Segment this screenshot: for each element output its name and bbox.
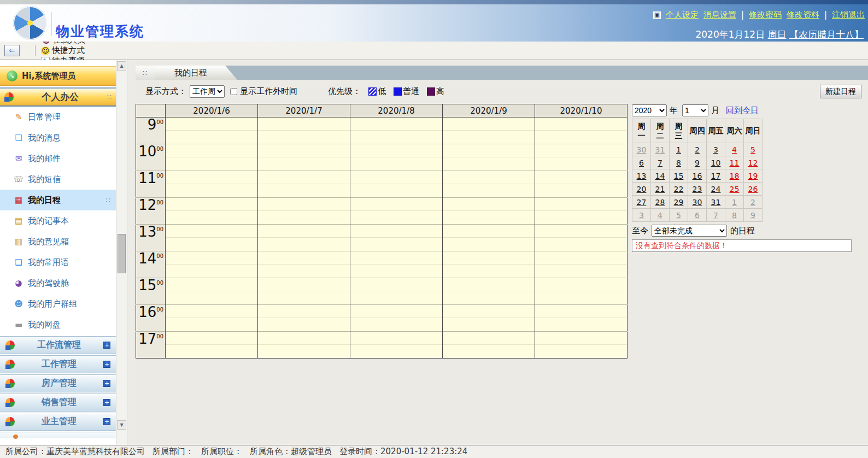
schedule-slot-cell[interactable]	[350, 278, 443, 305]
sidebar-item-my-messages[interactable]: ❏我的消息	[0, 127, 116, 148]
minical-date-cell[interactable]: 15	[670, 169, 688, 183]
minical-date-cell[interactable]: 26	[744, 183, 763, 196]
minical-date-link[interactable]: 10	[711, 158, 721, 167]
minical-date-cell[interactable]: 21	[651, 183, 670, 196]
minical-date-link[interactable]: 16	[693, 172, 702, 180]
schedule-slot-cell[interactable]	[350, 171, 443, 198]
sidebar-item-my-phrases[interactable]: ❑我的常用语	[0, 252, 116, 273]
schedule-slot-cell[interactable]	[258, 144, 350, 171]
schedule-slot-cell[interactable]	[535, 198, 627, 225]
back-to-today-link[interactable]: 回到今日	[726, 105, 759, 116]
schedule-slot-cell[interactable]	[166, 118, 258, 144]
sidebar-section-personal-office[interactable]: 个人办公 ∷	[0, 87, 116, 107]
schedule-slot-cell[interactable]	[535, 332, 627, 359]
schedule-slot-cell[interactable]	[258, 198, 350, 225]
minical-date-link[interactable]: 7	[658, 158, 662, 167]
sidebar-scrollbar[interactable]: ▲ ▼	[116, 60, 127, 445]
minical-date-link[interactable]: 1	[676, 145, 681, 154]
minical-date-cell[interactable]: 8	[725, 209, 744, 222]
nav-link-消息设置[interactable]: 消息设置	[703, 10, 736, 20]
schedule-slot-cell[interactable]	[443, 251, 535, 278]
sidebar-item-my-dashboard[interactable]: ◕我的驾驶舱	[0, 273, 116, 293]
minical-date-link[interactable]: 19	[748, 172, 758, 180]
schedule-slot-cell[interactable]	[535, 251, 627, 278]
minical-date-cell[interactable]: 3	[632, 209, 651, 222]
offwork-time-checkbox[interactable]	[230, 88, 237, 95]
minical-date-cell[interactable]: 31	[707, 196, 725, 209]
minical-date-cell[interactable]: 9	[688, 156, 707, 169]
tab-drag-handle-icon[interactable]: ∷	[136, 66, 155, 80]
minical-date-link[interactable]: 8	[732, 211, 737, 220]
minical-date-cell[interactable]: 13	[632, 169, 651, 183]
minical-date-cell[interactable]: 19	[744, 169, 763, 183]
minical-date-link[interactable]: 14	[655, 172, 665, 180]
minical-date-link[interactable]: 3	[713, 145, 718, 154]
schedule-slot-cell[interactable]	[535, 144, 627, 171]
minical-date-link[interactable]: 6	[695, 211, 700, 220]
minical-date-link[interactable]: 30	[693, 198, 702, 207]
schedule-slot-cell[interactable]	[166, 278, 258, 305]
minical-date-cell[interactable]: 11	[725, 156, 744, 169]
sidebar-item-my-netdisk[interactable]: ▬我的网盘	[0, 314, 116, 335]
minical-date-cell[interactable]: 18	[725, 169, 744, 183]
expand-plus-icon[interactable]: +	[103, 342, 110, 349]
minical-date-link[interactable]: 4	[732, 145, 737, 154]
minical-date-link[interactable]: 12	[748, 158, 758, 167]
lunar-date-link[interactable]: 【农历腊月十八】	[789, 29, 864, 40]
schedule-slot-cell[interactable]	[258, 118, 350, 144]
minical-date-cell[interactable]: 9	[744, 209, 763, 222]
sidebar-item-my-schedule[interactable]: ▦我的日程∷	[0, 190, 116, 210]
minical-date-cell[interactable]: 6	[688, 209, 707, 222]
minical-date-cell[interactable]: 5	[744, 143, 763, 156]
sidebar-group-工作流管理[interactable]: 工作流管理+	[0, 336, 116, 354]
weekday-link[interactable]: 周日	[768, 29, 787, 40]
minical-date-link[interactable]: 2	[750, 198, 755, 207]
minical-date-cell[interactable]: 3	[707, 143, 725, 156]
minical-date-cell[interactable]: 12	[744, 156, 763, 169]
minical-date-link[interactable]: 30	[637, 145, 647, 154]
schedule-slot-cell[interactable]	[443, 332, 535, 359]
expand-plus-icon[interactable]: +	[103, 399, 110, 406]
new-schedule-button[interactable]: 新建日程	[820, 85, 861, 98]
expand-plus-icon[interactable]: +	[103, 361, 110, 368]
schedule-slot-cell[interactable]	[443, 278, 535, 305]
schedule-slot-cell[interactable]	[535, 278, 627, 305]
minical-date-cell[interactable]: 7	[651, 156, 670, 169]
minical-date-link[interactable]: 23	[693, 185, 702, 193]
schedule-slot-cell[interactable]	[535, 305, 627, 332]
schedule-slot-cell[interactable]	[166, 332, 258, 359]
minical-date-link[interactable]: 9	[750, 211, 755, 220]
nav-link-个人设定[interactable]: 个人设定	[666, 10, 699, 20]
minical-date-cell[interactable]: 30	[632, 143, 651, 156]
schedule-slot-cell[interactable]	[443, 171, 535, 198]
minical-date-link[interactable]: 27	[637, 198, 647, 207]
sidebar-item-my-suggestion-box[interactable]: ▥我的意见箱	[0, 231, 116, 252]
scroll-up-icon[interactable]: ▲	[117, 61, 126, 71]
schedule-slot-cell[interactable]	[535, 225, 627, 251]
minical-date-cell[interactable]: 1	[725, 196, 744, 209]
schedule-slot-cell[interactable]	[350, 198, 443, 225]
sidebar-group-销售管理[interactable]: 销售管理+	[0, 394, 116, 412]
minical-date-link[interactable]: 5	[676, 211, 681, 220]
minical-date-cell[interactable]: 4	[725, 143, 744, 156]
drag-handle-icon[interactable]: ∷	[107, 93, 112, 101]
schedule-slot-cell[interactable]	[166, 144, 258, 171]
schedule-slot-cell[interactable]	[443, 198, 535, 225]
minical-date-cell[interactable]: 28	[651, 196, 670, 209]
sidebar-item-my-notebook[interactable]: ▤我的记事本	[0, 210, 116, 231]
minical-date-cell[interactable]: 4	[651, 209, 670, 222]
minical-date-cell[interactable]: 23	[688, 183, 707, 196]
tab-my-schedule[interactable]: 我的日程	[155, 66, 237, 80]
minical-date-link[interactable]: 4	[658, 211, 662, 220]
drag-handle-icon[interactable]: ∷	[106, 196, 110, 204]
pane-splitter[interactable]	[127, 60, 136, 445]
schedule-slot-cell[interactable]	[258, 225, 350, 251]
minical-date-link[interactable]: 2	[695, 145, 700, 154]
minical-date-cell[interactable]: 27	[632, 196, 651, 209]
minical-date-link[interactable]: 26	[748, 185, 758, 193]
schedule-slot-cell[interactable]	[258, 332, 350, 359]
minical-date-link[interactable]: 3	[639, 211, 644, 220]
minical-date-link[interactable]: 17	[711, 172, 721, 180]
minical-date-link[interactable]: 28	[655, 198, 665, 207]
schedule-slot-cell[interactable]	[350, 332, 443, 359]
